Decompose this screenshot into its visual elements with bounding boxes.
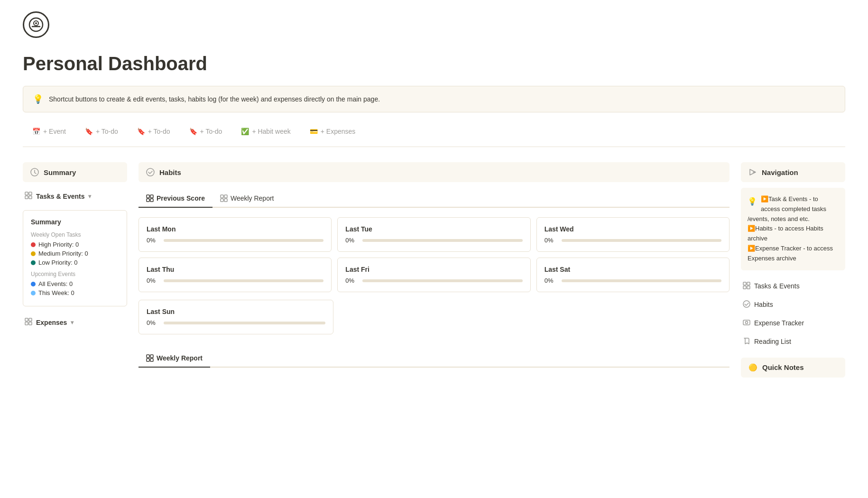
bookmark-red-icon: 🔖 [85, 128, 93, 135]
low-priority-item: Low Priority: 0 [31, 259, 119, 266]
quick-notes-icon: 🟡 [748, 363, 757, 372]
tab-grid-icon-2 [220, 194, 228, 202]
this-week-events-item: This Week: 0 [31, 289, 119, 296]
nav-bulb-icon: 💡 [748, 195, 757, 208]
info-banner: 💡 Shortcut buttons to create & edit even… [23, 86, 845, 112]
nav-link-habits[interactable]: Habits [741, 296, 845, 313]
svg-rect-21 [224, 199, 227, 202]
svg-rect-14 [147, 195, 149, 198]
summary-card: Summary Weekly Open Tasks High Priority:… [23, 210, 127, 306]
tasks-grid-icon [25, 192, 32, 201]
habits-tabs: Previous Score Weekly Report [139, 190, 729, 208]
tab-grid-icon [146, 194, 154, 202]
svg-rect-12 [29, 322, 32, 325]
blue-dark-dot [31, 282, 36, 286]
app-logo [23, 11, 49, 38]
weekly-report-tabs: Weekly Report [139, 350, 729, 368]
add-expenses-button[interactable]: 💳 + Expenses [300, 124, 365, 139]
nav-info-box: 💡 ▶️Task & Events - to access completed … [741, 188, 845, 270]
upcoming-events-label: Upcoming Events [31, 271, 119, 277]
nav-link-reading-list[interactable]: Reading List [741, 333, 845, 350]
svg-rect-20 [221, 199, 223, 202]
svg-rect-27 [743, 282, 746, 285]
progress-bg-sat [562, 279, 721, 282]
habit-day-sat: Last Sat [545, 266, 721, 273]
svg-rect-25 [150, 359, 153, 361]
habit-card-fri: Last Fri 0% [337, 258, 530, 292]
logo-area [23, 11, 845, 38]
tab-grid-icon-3 [146, 354, 154, 362]
add-todo-1-button[interactable]: 🔖 + To-do [75, 124, 128, 139]
page-container: Personal Dashboard 💡 Shortcut buttons to… [0, 0, 868, 498]
main-layout: Summary Tasks & Events ▾ Summary Weekly … [23, 162, 845, 378]
svg-rect-23 [150, 355, 153, 358]
progress-bg-wed [562, 239, 721, 242]
summary-card-title: Summary [31, 218, 119, 226]
progress-bg-thu [164, 279, 323, 282]
svg-point-13 [147, 168, 154, 176]
nav-section-header: Navigation [741, 162, 845, 182]
nav-habits-icon [743, 300, 750, 309]
expenses-grid-icon [25, 318, 32, 327]
habit-card-tue: Last Tue 0% [337, 217, 530, 252]
weekly-open-tasks-label: Weekly Open Tasks [31, 231, 119, 238]
habit-day-fri: Last Fri [345, 266, 522, 273]
progress-bg-sun [164, 322, 325, 324]
left-sidebar: Summary Tasks & Events ▾ Summary Weekly … [23, 162, 127, 331]
nav-link-expense-tracker[interactable]: Expense Tracker [741, 315, 845, 332]
svg-rect-11 [25, 322, 28, 325]
tab-previous-score[interactable]: Previous Score [139, 190, 212, 208]
progress-bg-tue [362, 239, 522, 242]
expenses-chevron: ▾ [71, 319, 74, 326]
habit-day-sun: Last Sun [147, 308, 325, 315]
nav-link-tasks-events[interactable]: Tasks & Events [741, 278, 845, 295]
summary-section-header: Summary [23, 162, 127, 182]
yellow-dot [31, 251, 36, 256]
add-event-button[interactable]: 📅 + Event [23, 124, 75, 139]
svg-rect-28 [747, 282, 750, 285]
add-habit-week-button[interactable]: ✅ + Habit week [231, 124, 300, 139]
habit-card-sat: Last Sat 0% [536, 258, 729, 292]
habit-day-tue: Last Tue [345, 225, 522, 233]
expenses-toggle[interactable]: Expenses ▾ [23, 314, 127, 331]
blue-light-dot [31, 291, 36, 295]
tab-weekly-report[interactable]: Weekly Report [212, 190, 282, 208]
bulb-icon: 💡 [33, 94, 43, 104]
navigation-icon [748, 168, 757, 176]
green-dot [31, 260, 36, 265]
svg-rect-10 [29, 318, 32, 321]
svg-rect-6 [29, 192, 32, 195]
calendar-icon: 📅 [32, 128, 40, 135]
progress-bg-fri [362, 279, 522, 282]
svg-point-3 [35, 22, 37, 24]
svg-point-31 [743, 301, 750, 307]
habit-score-fri: 0% [345, 277, 522, 284]
habits-icon [146, 168, 155, 176]
red-dot [31, 242, 36, 247]
high-priority-item: High Priority: 0 [31, 241, 119, 248]
nav-expense-icon [743, 319, 750, 328]
banner-text: Shortcut buttons to create & edit events… [49, 95, 380, 103]
bookmark-green-icon: 🔖 [189, 128, 197, 135]
svg-rect-9 [25, 318, 28, 321]
svg-rect-16 [147, 199, 149, 202]
tasks-events-toggle[interactable]: Tasks & Events ▾ [23, 188, 127, 204]
svg-rect-19 [224, 195, 227, 198]
nav-reading-icon [743, 337, 750, 346]
svg-rect-32 [743, 320, 750, 325]
svg-rect-18 [221, 195, 223, 198]
nav-tasks-events-icon [743, 282, 750, 291]
habit-card-sun: Last Sun 0% [139, 300, 333, 334]
svg-rect-17 [150, 199, 153, 202]
add-todo-3-button[interactable]: 🔖 + To-do [180, 124, 232, 139]
habit-score-thu: 0% [147, 277, 323, 284]
svg-point-0 [29, 18, 43, 31]
svg-rect-22 [147, 355, 149, 358]
center-panel: Habits Previous Score [139, 162, 729, 377]
tab-weekly-report-bottom[interactable]: Weekly Report [139, 350, 210, 368]
add-todo-2-button[interactable]: 🔖 + To-do [128, 124, 180, 139]
checkmark-icon: ✅ [241, 128, 249, 135]
svg-rect-30 [747, 286, 750, 289]
habit-day-wed: Last Wed [545, 225, 721, 233]
svg-rect-15 [150, 195, 153, 198]
